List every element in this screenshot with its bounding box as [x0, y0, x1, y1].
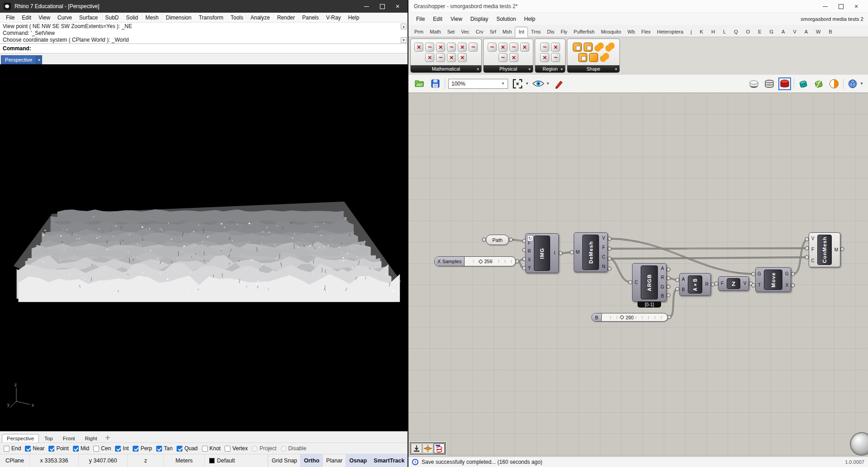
preview-eye-icon[interactable] [532, 77, 545, 90]
preview-wireframe-icon[interactable] [763, 77, 776, 90]
node-unit-z[interactable]: F Z V [718, 276, 749, 291]
tab-msh[interactable]: Msh [499, 27, 515, 37]
chevron-down-icon[interactable]: ▼ [546, 82, 550, 86]
tab-v[interactable]: V [789, 27, 800, 37]
open-file-icon[interactable] [413, 77, 426, 90]
tab-math[interactable]: Math [427, 27, 444, 37]
tab-top[interactable]: Top [40, 434, 58, 443]
osnap-point[interactable]: Point [48, 445, 68, 452]
zoom-extents-icon[interactable] [511, 77, 524, 90]
menu-vray[interactable]: V-Ray [323, 14, 344, 22]
tab-front[interactable]: Front [58, 434, 80, 443]
node-demesh[interactable]: M DeMesh VFCN [574, 232, 608, 272]
node-img[interactable]: ↻ FRXY IMG I [525, 233, 559, 273]
panel-expand-icon[interactable]: ▾ [615, 67, 617, 72]
tab-a2[interactable]: A [801, 27, 812, 37]
disable-preview-icon[interactable] [812, 77, 825, 90]
panel-expand-icon[interactable]: ▾ [477, 67, 479, 72]
command-scrollbar[interactable]: ▲ ▼ [401, 24, 407, 43]
menu-render[interactable]: Render [274, 14, 298, 22]
intersect-icon[interactable] [436, 43, 445, 52]
mesh-quality-icon[interactable] [846, 77, 859, 90]
menu-view[interactable]: View [35, 14, 53, 22]
perspective-viewport[interactable]: z y x [0, 64, 408, 431]
tab-int[interactable]: Int [515, 27, 528, 37]
region-icon[interactable] [551, 43, 560, 52]
menu-transform[interactable]: Transform [196, 14, 226, 22]
tab-srf[interactable]: Srf [487, 27, 499, 37]
osnap-knot[interactable]: Knot [202, 445, 221, 452]
intersect-icon[interactable] [499, 43, 508, 52]
menu-edit[interactable]: Edit [19, 14, 34, 22]
menu-help[interactable]: Help [520, 14, 540, 24]
tab-k[interactable]: K [696, 27, 707, 37]
drop-to-canvas-icon[interactable] [411, 443, 422, 453]
minimize-icon[interactable] [823, 4, 828, 9]
tab-flex[interactable]: Flex [638, 27, 654, 37]
blob-icon[interactable] [595, 43, 604, 52]
boolean-icon[interactable] [573, 43, 582, 52]
grasshopper-titlebar[interactable]: Grasshopper - smorgasbord media tests 2*… [408, 0, 868, 13]
tab-crv[interactable]: Crv [473, 27, 487, 37]
grasshopper-canvas[interactable]: Path X Samples 256 ↻ FRXY IMG I M DeMesh… [408, 93, 868, 457]
intersect-icon[interactable] [499, 53, 508, 62]
tab-right[interactable]: Right [80, 434, 101, 443]
menu-solution[interactable]: Solution [492, 14, 520, 24]
menu-display[interactable]: Display [466, 14, 492, 24]
intersect-icon[interactable] [520, 43, 529, 52]
scroll-down-icon[interactable]: ▼ [401, 37, 407, 43]
viewport-title[interactable]: Perspective [1, 55, 36, 64]
intersect-icon[interactable] [458, 53, 467, 62]
node-move[interactable]: GT Move GX [755, 267, 791, 292]
intersect-icon[interactable] [509, 53, 518, 62]
menu-panels[interactable]: Panels [299, 14, 322, 22]
viewport-title-tab[interactable]: Perspective ▼ [1, 55, 42, 64]
preview-off-icon[interactable] [748, 77, 760, 90]
node-axb[interactable]: AB A×B R [679, 273, 711, 296]
osnap-vertex[interactable]: Vertex [225, 445, 248, 452]
menu-file[interactable]: File [3, 14, 18, 22]
rhino-titlebar[interactable]: Rhino 7 Educational - [Perspective] × [0, 0, 408, 13]
tab-heteroptera[interactable]: Heteroptera [654, 27, 686, 37]
close-icon[interactable]: × [854, 4, 859, 9]
blob-icon[interactable] [600, 53, 609, 62]
region-icon[interactable] [540, 43, 549, 52]
osnap-quad[interactable]: Quad [177, 445, 197, 452]
chevron-down-icon[interactable]: ▼ [860, 82, 863, 86]
osnap-tan[interactable]: Tan [156, 445, 173, 452]
intersect-icon[interactable] [425, 53, 434, 62]
tab-pufferfish[interactable]: Pufferfish [571, 27, 598, 37]
node-b-slider[interactable]: B 200 [591, 313, 668, 322]
layer-cell[interactable]: Default [205, 454, 268, 467]
osnap-project[interactable]: Project [252, 445, 276, 452]
intersect-icon[interactable] [488, 43, 497, 52]
blob-icon[interactable] [605, 43, 614, 52]
sketch-pen-icon[interactable] [553, 77, 566, 90]
maximize-icon[interactable] [379, 4, 385, 9]
document-selector[interactable]: smorgasbord media tests 2 [796, 15, 864, 23]
boolean-icon[interactable] [578, 53, 587, 62]
intersect-icon[interactable] [469, 43, 478, 52]
toggle-osnap[interactable]: Osnap [346, 454, 370, 467]
intersect-icon[interactable] [436, 53, 445, 62]
slider-track[interactable]: 200 [602, 313, 667, 321]
custom-preview-icon[interactable] [797, 77, 810, 90]
viewport-menu-arrow-icon[interactable]: ▼ [36, 55, 42, 64]
toggle-smarttrack[interactable]: SmartTrack [370, 454, 408, 467]
command-area[interactable]: View point ( NE NW SE SW ZoomExtents=Yes… [0, 23, 408, 53]
panel-expand-icon[interactable]: ▾ [561, 67, 563, 72]
menu-dimension[interactable]: Dimension [163, 14, 195, 22]
menu-help[interactable]: Help [345, 14, 363, 22]
osnap-near[interactable]: Near [25, 445, 44, 452]
slider-track[interactable]: 256 [465, 257, 515, 266]
tab-set[interactable]: Set [444, 27, 458, 37]
osnap-perp[interactable]: Perp [133, 445, 152, 452]
osnap-end[interactable]: End [4, 445, 21, 452]
save-file-icon[interactable] [429, 77, 441, 90]
intersect-icon[interactable] [447, 53, 456, 62]
tab-j[interactable]: j [686, 27, 695, 37]
toggle-gridsnap[interactable]: Grid Snap [269, 454, 301, 467]
menu-mesh[interactable]: Mesh [142, 14, 162, 22]
tab-l[interactable]: L [719, 27, 730, 37]
menu-curve[interactable]: Curve [54, 14, 75, 22]
